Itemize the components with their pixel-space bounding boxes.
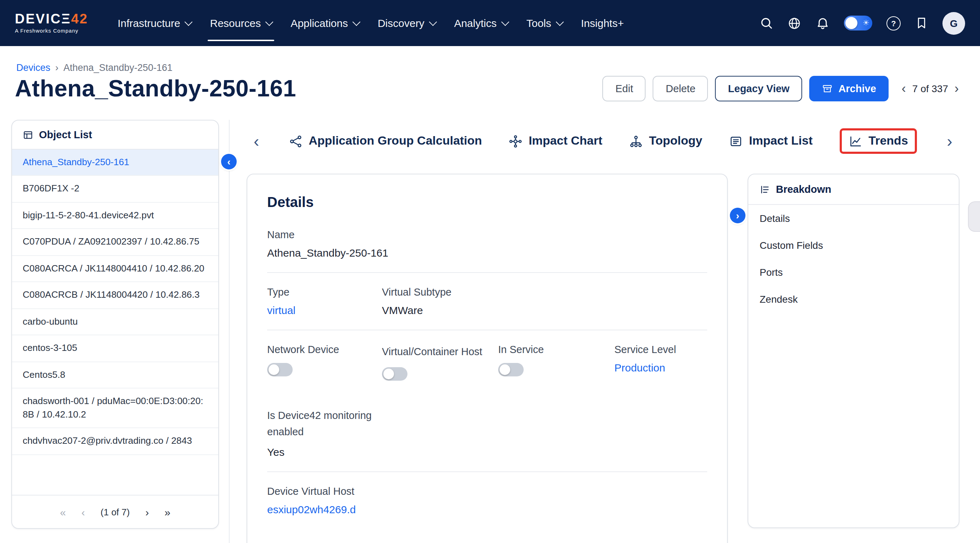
side-widget-partial[interactable]	[968, 201, 980, 232]
next-device-button[interactable]: ›	[955, 82, 959, 95]
logo[interactable]: DEVICΞ42 A Freshworks Company	[15, 12, 99, 34]
breakdown-item-ports[interactable]: Ports	[748, 259, 959, 286]
nav-item-analytics[interactable]: Analytics	[445, 0, 517, 46]
search-button[interactable]	[752, 16, 780, 30]
object-list-pagination: « ‹ (1 of 7) › »	[12, 495, 218, 528]
device-pager-text: 7 of 337	[912, 83, 948, 94]
field-device-virtual-host: Device Virtual Host esxiup02wh4269.d	[267, 486, 707, 516]
topology-icon	[629, 134, 643, 148]
app-root: DEVICΞ42 A Freshworks Company Infrastruc…	[0, 0, 980, 543]
notifications-button[interactable]	[808, 16, 837, 30]
object-list-item[interactable]: chdvhvac207-2@priv.dvtrading.co / 2843	[12, 428, 218, 455]
field-row-type: Type virtual Virtual Subtype VMWare	[267, 287, 707, 316]
object-list-header: Object List	[12, 121, 218, 150]
first-page-button[interactable]: «	[60, 506, 66, 517]
tab-application-group-calculation[interactable]: Application Group Calculation	[289, 134, 482, 148]
application-group-icon	[289, 134, 302, 148]
last-page-button[interactable]: »	[164, 506, 170, 517]
breadcrumb-link-devices[interactable]: Devices	[16, 62, 50, 73]
nav-item-label: Resources	[210, 17, 261, 29]
tab-impact-list[interactable]: Impact List	[729, 134, 813, 148]
edit-button[interactable]: Edit	[603, 76, 646, 101]
object-list-item[interactable]: Centos5.8	[12, 362, 218, 389]
object-list-item[interactable]: bigip-11-5-2-80-41.device42.pvt	[12, 203, 218, 229]
object-list-item[interactable]: centos-3-105	[12, 336, 218, 362]
chevron-down-icon	[429, 18, 437, 26]
highlight-box: Trends	[839, 128, 917, 154]
prev-device-button[interactable]: ‹	[902, 82, 906, 95]
help-button[interactable]: ?	[880, 16, 908, 30]
globe-button[interactable]	[780, 16, 808, 30]
tab-label: Application Group Calculation	[309, 134, 482, 148]
collapse-left-panel-button[interactable]: ‹	[221, 154, 237, 169]
avatar[interactable]: G	[942, 12, 965, 34]
chevron-down-icon	[555, 18, 564, 26]
logo-subtitle: A Freshworks Company	[15, 28, 99, 34]
chevron-down-icon	[501, 18, 509, 26]
tab-trends[interactable]: Trends	[848, 134, 908, 148]
device-virtual-host-link[interactable]: esxiup02wh4269.d	[267, 504, 356, 516]
tab-bar: ‹ Application Group Calculation Impact C…	[247, 125, 959, 158]
tabs-scroll-left-button[interactable]: ‹	[251, 133, 262, 149]
chevron-down-icon	[266, 18, 274, 26]
main-menu: Infrastructure Resources Applications Di…	[108, 0, 633, 46]
nav-item-applications[interactable]: Applications	[281, 0, 369, 46]
breakdown-item-zendesk[interactable]: Zendesk	[748, 286, 959, 313]
breadcrumb: Devices › Athena_Standby-250-161	[16, 62, 173, 73]
field-type: Type virtual	[267, 287, 382, 316]
nav-item-tools[interactable]: Tools	[517, 0, 572, 46]
top-nav: DEVICΞ42 A Freshworks Company Infrastruc…	[0, 0, 980, 46]
nav-item-label: Infrastructure	[118, 17, 180, 29]
field-network-device: Network Device	[267, 344, 382, 381]
service-level-label: Service Level	[614, 344, 707, 355]
prev-page-button[interactable]: ‹	[81, 506, 85, 517]
in-service-toggle[interactable]	[498, 363, 523, 376]
network-device-label: Network Device	[267, 344, 382, 355]
vc-host-toggle[interactable]	[382, 368, 407, 381]
bookmark-icon	[915, 16, 928, 30]
panel-divider	[229, 120, 229, 543]
bookmark-button[interactable]	[908, 16, 935, 30]
tab-impact-chart[interactable]: Impact Chart	[509, 134, 602, 148]
breakdown-item-details[interactable]: Details	[748, 205, 959, 232]
logo-text-42: 42	[71, 11, 88, 26]
breadcrumb-current: Athena_Standby-250-161	[64, 62, 173, 73]
breakdown-panel: Breakdown Details Custom Fields Ports Ze…	[748, 174, 959, 528]
tabs-scroll-right-button[interactable]: ›	[944, 133, 955, 149]
archive-icon	[822, 83, 833, 94]
breakdown-item-custom-fields[interactable]: Custom Fields	[748, 232, 959, 259]
nav-item-discovery[interactable]: Discovery	[369, 0, 445, 46]
next-page-button[interactable]: ›	[145, 506, 149, 517]
nav-item-label: Discovery	[378, 17, 425, 29]
logo-wordmark: DEVICΞ42	[15, 12, 99, 25]
type-value-link[interactable]: virtual	[267, 304, 296, 316]
name-label: Name	[267, 229, 707, 240]
legacy-view-button[interactable]: Legacy View	[715, 76, 802, 101]
breadcrumb-separator-icon: ›	[55, 62, 59, 73]
delete-button[interactable]: Delete	[653, 76, 708, 101]
object-list-item[interactable]: C070PDUA / ZA0921002397 / 10.42.86.75	[12, 229, 218, 256]
object-list-item[interactable]: C080ACRCB / JK1148004420 / 10.42.86.3	[12, 282, 218, 309]
object-list-item[interactable]: B706DF1X -2	[12, 176, 218, 203]
object-list-title: Object List	[39, 129, 92, 140]
toggle-knob	[383, 369, 394, 380]
archive-button[interactable]: Archive	[809, 76, 889, 101]
network-device-toggle[interactable]	[267, 363, 293, 376]
object-list-item[interactable]: Athena_Standby-250-161	[12, 150, 218, 176]
nav-item-infrastructure[interactable]: Infrastructure	[108, 0, 201, 46]
object-list-item[interactable]: chadsworth-001 / pduMac=00:0E:D3:00:20:8…	[12, 389, 218, 428]
tab-topology[interactable]: Topology	[629, 134, 702, 148]
nav-item-insights[interactable]: Insights+	[572, 0, 633, 46]
object-list-item[interactable]: C080ACRCA / JK1148004410 / 10.42.86.20	[12, 256, 218, 282]
name-value: Athena_Standby-250-161	[267, 247, 707, 259]
object-list-item[interactable]: carbo-ubuntu	[12, 309, 218, 336]
expand-right-panel-button[interactable]: ›	[730, 208, 745, 223]
nav-item-label: Insights+	[581, 17, 624, 29]
page-indicator: (1 of 7)	[100, 506, 130, 517]
page-title: Athena_Standby-250-161	[15, 75, 296, 102]
nav-item-resources[interactable]: Resources	[201, 0, 281, 46]
theme-toggle[interactable]: ☀	[844, 16, 872, 30]
divider	[267, 472, 707, 473]
globe-icon	[787, 16, 802, 30]
service-level-value-link[interactable]: Production	[614, 361, 665, 374]
